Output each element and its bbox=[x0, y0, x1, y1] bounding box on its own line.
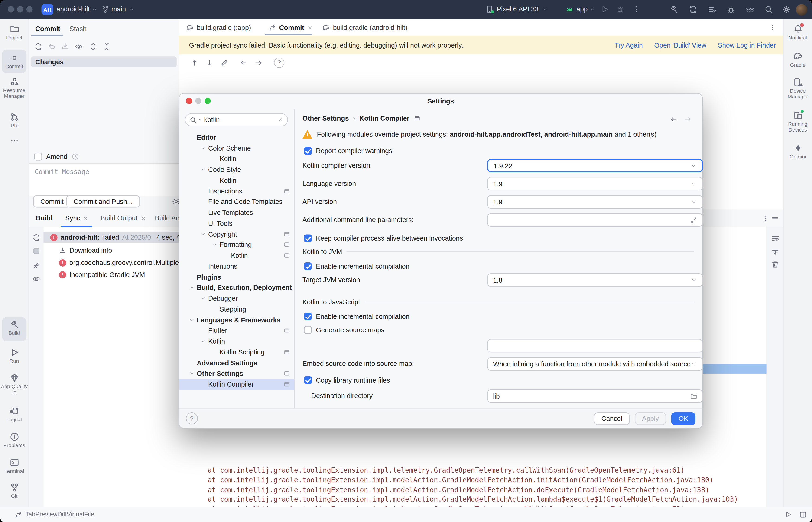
stack-trace-line[interactable]: at com.intellij.gradle.toolingExtension.… bbox=[208, 485, 742, 495]
settings-tree-item[interactable]: Advanced Settings bbox=[179, 358, 294, 368]
settings-tree-item[interactable]: Intentions bbox=[179, 261, 294, 272]
history-clock-icon[interactable] bbox=[72, 153, 79, 160]
show-diff-eye-icon[interactable] bbox=[75, 42, 83, 51]
sidebar-item-pr[interactable]: PR bbox=[0, 112, 28, 128]
help-icon[interactable]: ? bbox=[274, 58, 284, 68]
project-switcher[interactable]: android-hilt bbox=[56, 5, 90, 13]
search-options-caret-icon[interactable] bbox=[197, 117, 202, 122]
profiler-icon[interactable] bbox=[727, 5, 735, 14]
js-incremental-checkbox[interactable] bbox=[304, 312, 312, 320]
show-log-in-finder-link[interactable]: Show Log in Finder bbox=[718, 41, 776, 49]
branch-switcher[interactable]: main bbox=[112, 5, 126, 13]
stack-trace-line[interactable]: at com.intellij.gradle.toolingExtension.… bbox=[208, 466, 742, 475]
destination-input[interactable]: lib bbox=[487, 389, 703, 403]
report-warnings-checkbox[interactable] bbox=[304, 147, 312, 154]
chevron-down-icon[interactable] bbox=[187, 285, 197, 291]
commit-message-input[interactable]: Commit Message bbox=[29, 163, 179, 196]
tab-build-gradle-app[interactable]: build.gradle (:app) bbox=[186, 19, 251, 36]
clear-all-icon[interactable] bbox=[771, 260, 779, 269]
apply-button[interactable]: Apply bbox=[635, 412, 666, 425]
refresh-icon[interactable] bbox=[34, 42, 42, 51]
settings-tree-item[interactable]: UI Tools bbox=[179, 218, 294, 228]
sidebar-item-run[interactable]: Run bbox=[0, 348, 28, 364]
status-notification-icon[interactable] bbox=[785, 511, 792, 518]
sidebar-item-build[interactable]: Build bbox=[0, 320, 28, 336]
sidebar-item-notifications[interactable]: Notificat bbox=[784, 24, 812, 41]
settings-tree-item[interactable]: Kotlin bbox=[179, 336, 294, 347]
source-map-prefix-input[interactable] bbox=[487, 339, 703, 353]
sidebar-item-problems[interactable]: Problems bbox=[0, 432, 28, 448]
settings-tree-item[interactable]: Kotlin bbox=[179, 175, 294, 186]
jvm-incremental-checkbox[interactable] bbox=[304, 262, 312, 270]
build-panel-menu-icon[interactable] bbox=[761, 214, 770, 223]
window-zoom-button[interactable] bbox=[26, 6, 33, 13]
sidebar-item-project[interactable]: Project bbox=[0, 24, 28, 41]
scroll-to-end-icon[interactable] bbox=[771, 247, 779, 256]
nav-back-icon[interactable] bbox=[670, 115, 677, 123]
settings-tree-item[interactable]: Formatting bbox=[179, 239, 294, 250]
settings-tree-item[interactable]: Languages & Frameworks bbox=[179, 315, 294, 325]
commit-and-push-button[interactable]: Commit and Push... bbox=[66, 195, 140, 208]
settings-tree-item[interactable]: Stepping bbox=[179, 304, 294, 315]
cmdline-input[interactable] bbox=[487, 213, 703, 227]
chevron-down-icon[interactable] bbox=[187, 317, 197, 323]
close-icon[interactable] bbox=[141, 216, 146, 221]
status-file-name[interactable]: TabPreviewDiffVirtualFile bbox=[25, 511, 94, 518]
embed-source-select[interactable]: When inlining a function from other modu… bbox=[487, 357, 703, 370]
settings-tree-item[interactable]: Code Style bbox=[179, 164, 294, 175]
settings-tree-item[interactable]: File and Code Templates bbox=[179, 197, 294, 207]
stack-trace-line[interactable]: at com.intellij.gradle.toolingExtension.… bbox=[208, 475, 742, 485]
cancel-button[interactable]: Cancel bbox=[594, 412, 630, 425]
edit-icon[interactable] bbox=[220, 59, 228, 66]
settings-tree-item[interactable]: Inspections bbox=[179, 186, 294, 196]
more-run-options-icon[interactable] bbox=[632, 5, 641, 14]
sidebar-item-logcat[interactable]: Logcat bbox=[0, 406, 28, 422]
amend-checkbox[interactable] bbox=[34, 153, 42, 160]
sidebar-item-resource-manager[interactable]: Resource Manager bbox=[0, 77, 28, 99]
copy-runtime-checkbox[interactable] bbox=[304, 376, 312, 384]
settings-tree-item[interactable]: Kotlin Compiler bbox=[179, 379, 294, 390]
expand-all-icon[interactable] bbox=[89, 42, 97, 51]
open-build-view-link[interactable]: Open 'Build' View bbox=[654, 41, 707, 49]
chevron-down-icon[interactable] bbox=[198, 339, 208, 344]
tab-commit[interactable]: Commit bbox=[35, 25, 60, 33]
settings-tree-item[interactable]: Debugger bbox=[179, 293, 294, 304]
chevron-down-icon[interactable] bbox=[198, 296, 208, 301]
settings-tree-item[interactable]: Other Settings bbox=[179, 368, 294, 379]
editor-tabs-menu-icon[interactable] bbox=[769, 23, 777, 32]
more-tool-windows-icon[interactable] bbox=[0, 136, 28, 145]
source-maps-checkbox[interactable] bbox=[304, 326, 312, 334]
keep-alive-checkbox[interactable] bbox=[304, 234, 312, 242]
run-config-selector[interactable]: app bbox=[576, 5, 587, 13]
preview-eye-icon[interactable] bbox=[32, 275, 40, 283]
hide-panel-icon[interactable] bbox=[772, 217, 778, 218]
settings-tree-item[interactable]: Kotlin bbox=[179, 250, 294, 261]
changes-group-row[interactable]: Changes bbox=[31, 56, 177, 67]
nav-forward-icon[interactable] bbox=[684, 115, 692, 123]
close-icon[interactable] bbox=[307, 25, 313, 31]
prev-change-icon[interactable] bbox=[191, 59, 198, 66]
sidebar-item-running-devices[interactable]: Running Devices bbox=[784, 111, 812, 133]
settings-gear-icon[interactable] bbox=[782, 5, 791, 14]
next-change-icon[interactable] bbox=[206, 59, 213, 66]
settings-tree-item[interactable]: Kotlin bbox=[179, 153, 294, 164]
language-version-select[interactable]: 1.9 bbox=[487, 177, 703, 190]
collapse-all-icon[interactable] bbox=[103, 42, 111, 51]
folder-icon[interactable] bbox=[690, 393, 697, 399]
stack-trace-line[interactable]: at com.intellij.gradle.toolingExtension.… bbox=[208, 495, 742, 505]
device-mirroring-icon[interactable] bbox=[746, 5, 754, 14]
chevron-down-icon[interactable] bbox=[198, 145, 208, 151]
breadcrumb-parent[interactable]: Other Settings bbox=[303, 114, 349, 122]
window-close-button[interactable] bbox=[8, 6, 14, 13]
build-hammer-icon[interactable] bbox=[670, 5, 678, 14]
chevron-down-icon[interactable] bbox=[198, 231, 208, 237]
tab-stash[interactable]: Stash bbox=[70, 25, 86, 33]
chevron-down-icon[interactable] bbox=[198, 167, 208, 173]
settings-tree-item[interactable]: Color Scheme bbox=[179, 143, 294, 153]
clear-search-icon[interactable] bbox=[278, 117, 284, 123]
help-button[interactable]: ? bbox=[186, 413, 198, 424]
settings-tree-item[interactable]: Flutter bbox=[179, 325, 294, 336]
sidebar-item-terminal[interactable]: Terminal bbox=[0, 458, 28, 474]
sidebar-item-gemini[interactable]: Gemini bbox=[784, 143, 812, 160]
settings-tree-item[interactable]: Kotlin Scripting bbox=[179, 347, 294, 358]
